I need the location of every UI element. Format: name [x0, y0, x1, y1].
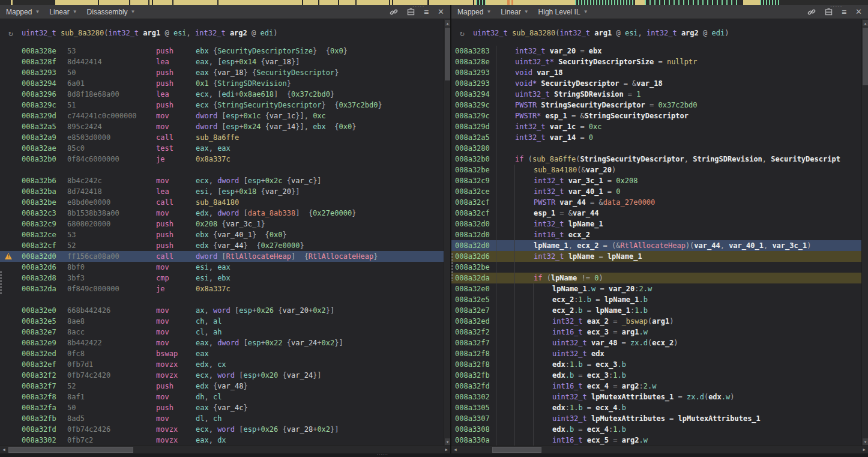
token-lvar[interactable]: var_28 — [287, 425, 313, 434]
hlil-line[interactable]: 008a32d0int16_t ecx_2 — [451, 229, 868, 240]
token-pun[interactable]: (& — [577, 166, 585, 174]
instruction-bytes[interactable]: 8b442422 — [67, 337, 156, 348]
mnemonic[interactable]: mov — [156, 413, 196, 424]
token-typ[interactable]: int32_t — [552, 317, 583, 325]
token-typ[interactable]: dword — [217, 177, 239, 185]
token-pun[interactable]: = & — [567, 112, 585, 120]
token-var[interactable]: StringSecurityDescriptor — [541, 101, 645, 109]
token-pun[interactable]: = — [591, 295, 604, 304]
token-reg[interactable]: esi — [173, 29, 187, 37]
token-reg[interactable]: esi — [625, 29, 638, 37]
hlil-line[interactable]: 008a3293void var_18 — [451, 67, 868, 78]
token-typ[interactable]: dword — [217, 339, 239, 347]
token-typ[interactable]: int32_t — [109, 29, 139, 37]
disassembly-line[interactable]: 008a32c38b1538b38a00movedx, dword [data_… — [0, 208, 450, 219]
token-num[interactable]: 0x27e0000 — [313, 209, 352, 217]
token-pun[interactable] — [587, 393, 591, 401]
address[interactable]: 008a3294 — [451, 89, 496, 100]
feature-map-segment[interactable] — [172, 0, 173, 5]
token-var[interactable]: lpName — [551, 274, 577, 282]
token-num[interactable]: 0x2c — [265, 177, 283, 185]
feature-map-segment[interactable] — [779, 0, 868, 5]
token-num[interactable]: 0xc — [313, 112, 326, 120]
token-pun[interactable] — [583, 317, 587, 325]
address[interactable]: 008a3293 — [451, 78, 496, 89]
token-num[interactable]: 0 — [616, 187, 620, 196]
token-num[interactable]: 0x0 — [330, 47, 343, 55]
token-fld[interactable]: .b — [574, 404, 582, 412]
token-pun[interactable]: }], — [295, 123, 313, 131]
address[interactable]: 008a32f7 — [451, 337, 496, 348]
close-pane-icon[interactable]: ✕ — [438, 8, 444, 16]
scroll-down-icon[interactable]: ▼ — [445, 438, 450, 445]
disassembly-line[interactable]: 008a329dc744241c0c000000movdword [esp+0x… — [0, 110, 450, 121]
hlil-statement[interactable]: edx:1.b = ecx_4.b — [552, 402, 868, 413]
disassembly-line[interactable]: 008a328f8d442414leaeax, [esp+0x14 {var_1… — [0, 56, 450, 67]
address[interactable]: 008a32ba — [22, 186, 67, 197]
hlil-statement[interactable]: PWSTR var_44 = &data_27e0000 — [534, 197, 868, 208]
token-pun[interactable]: ] { — [291, 252, 309, 261]
token-pun[interactable]: [ — [231, 306, 239, 315]
hlil-line[interactable]: 008a32ceint32_t var_40_1 = 0 — [451, 186, 868, 197]
token-var[interactable]: StringSecurityDescriptor — [580, 155, 684, 163]
disassembly-line[interactable] — [0, 165, 450, 175]
hlil-line[interactable]: 008a32be — [451, 262, 868, 273]
instruction-bytes[interactable]: 668b442426 — [67, 305, 156, 316]
disassembly-line[interactable]: !008a32d0ff156ca08a00calldword [RtlAlloc… — [0, 251, 450, 262]
token-var[interactable]: ecx_3 — [587, 371, 609, 380]
token-var[interactable]: esp_1 — [546, 112, 567, 120]
hlil-statement[interactable]: uint32_t* SecurityDescriptorSize = nullp… — [515, 56, 868, 67]
disassembly-line[interactable]: 008a33020fb7c2movzxeax, dx — [0, 435, 450, 446]
token-var[interactable]: edx — [708, 393, 722, 401]
feature-map-segment[interactable] — [473, 0, 474, 5]
token-reg[interactable]: cx — [217, 360, 226, 369]
disassembly-vertical-scrollbar[interactable]: ▲ ▼ — [444, 19, 450, 446]
token-pun[interactable]: } — [244, 404, 248, 412]
token-pun[interactable]: = — [609, 317, 622, 325]
mnemonic[interactable]: cmp — [156, 273, 196, 283]
token-fn[interactable]: sub_8a6ffe — [196, 133, 239, 142]
disassembly-line[interactable]: 008a328e53pushebx {SecurityDescriptorSiz… — [0, 46, 450, 56]
token-pun[interactable] — [226, 29, 230, 37]
instruction-bytes[interactable]: 50 — [67, 67, 156, 78]
token-pun[interactable]: , — [209, 263, 217, 271]
token-pun[interactable]: ) — [725, 29, 729, 37]
instruction-bytes[interactable]: 8ad5 — [67, 413, 156, 424]
instruction-bytes[interactable]: 8acc — [67, 327, 156, 337]
operands[interactable]: ecx, word [esp+0x20 {var_24}] — [196, 370, 450, 381]
token-pun[interactable]: } { — [252, 231, 270, 239]
token-pun[interactable]: = — [594, 252, 607, 261]
token-typ[interactable]: int32_t — [534, 220, 564, 228]
token-var[interactable]: ecx_3 — [587, 328, 609, 336]
hlil-statement[interactable]: uint32_t lpMutexAttributes = lpMutexAttr… — [552, 413, 868, 424]
address[interactable]: 008a3307 — [451, 413, 496, 424]
token-fn[interactable]: sub_8a4180 — [534, 166, 577, 174]
token-pun[interactable]: , — [204, 393, 212, 401]
address[interactable] — [22, 294, 67, 305]
address[interactable]: 008a32d0 — [451, 240, 496, 251]
token-num[interactable]: 0x26 — [256, 306, 274, 315]
operands[interactable]: cl, ah — [196, 327, 450, 337]
operands[interactable]: ebx {SecurityDescriptorSize} {0x0} — [196, 46, 450, 56]
token-pun[interactable] — [564, 220, 568, 228]
token-var[interactable]: var_20 — [609, 285, 634, 293]
hlil-statement[interactable]: int32_t lpName = lpName_1 — [534, 251, 868, 262]
token-pun[interactable] — [587, 339, 591, 347]
token-pun[interactable]: { — [326, 123, 339, 131]
token-var[interactable]: var_40_1 — [568, 187, 603, 196]
token-pun[interactable]: = — [583, 360, 596, 369]
instruction-bytes[interactable]: 8b4c242c — [67, 175, 156, 186]
hlil-line[interactable]: 008a3302uint32_t lpMutexAttributes_1 = z… — [451, 392, 868, 402]
mnemonic[interactable]: push — [156, 46, 196, 56]
address[interactable]: 008a32cf — [451, 208, 496, 219]
address[interactable]: 008a32ae — [22, 143, 67, 154]
address[interactable]: 008a32a9 — [22, 132, 67, 143]
token-typ[interactable]: int32_t — [534, 252, 564, 261]
mnemonic[interactable]: test — [156, 143, 196, 154]
hlil-view[interactable]: ↻ uint32_t sub_8a3280(int32_t arg1 @ esi… — [451, 19, 868, 446]
token-pun[interactable]: : — [565, 404, 570, 412]
disassembly-line[interactable]: 008a32e58ae8movch, al — [0, 316, 450, 327]
token-reg[interactable]: esp — [226, 123, 240, 131]
token-pun[interactable]: = & — [586, 198, 603, 207]
address[interactable]: 008a32f8 — [22, 392, 67, 402]
